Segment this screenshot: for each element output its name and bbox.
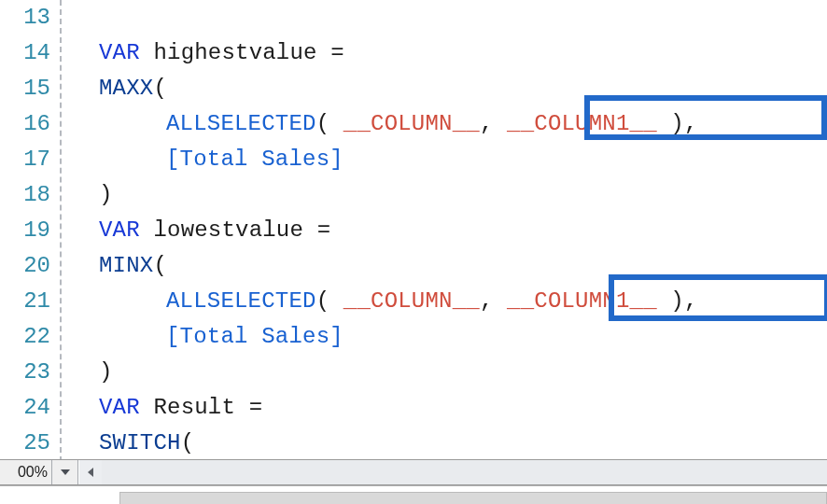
token-fn-call: MINX xyxy=(99,253,153,278)
token-kw-var: VAR xyxy=(99,40,140,65)
status-bar: 00% xyxy=(0,459,827,485)
line-number: 23 xyxy=(0,355,60,390)
line-number: 19 xyxy=(0,213,60,248)
token-param: __COLUMN1__ xyxy=(507,288,657,314)
line-number-gutter: 13141516171819202122232425 xyxy=(0,0,62,462)
line-number: 25 xyxy=(0,426,60,461)
code-editor[interactable]: 13141516171819202122232425 VAR highestva… xyxy=(0,0,827,462)
token-punct: , xyxy=(480,288,507,314)
token-param: __COLUMN1__ xyxy=(507,111,657,136)
code-line[interactable] xyxy=(62,0,827,35)
code-line[interactable]: ) xyxy=(62,177,827,213)
code-line[interactable]: [Total Sales] xyxy=(62,142,827,177)
line-number: 15 xyxy=(0,71,60,106)
token-kw-var: VAR xyxy=(99,217,140,243)
token-ident: highestvalue xyxy=(153,40,316,65)
scroll-left-button[interactable] xyxy=(79,460,102,484)
zoom-dropdown-button[interactable] xyxy=(52,460,78,484)
scrollbar-track[interactable] xyxy=(102,460,827,484)
line-number: 18 xyxy=(0,177,60,213)
token-bracket: [Total Sales] xyxy=(166,147,343,172)
token-punct: ( xyxy=(181,430,195,455)
token-punct: ) xyxy=(99,182,113,207)
code-line[interactable]: VAR lowestvalue = xyxy=(62,213,827,248)
code-line[interactable]: MINX( xyxy=(62,248,827,284)
token-punct xyxy=(140,40,154,65)
chevron-down-icon xyxy=(60,467,71,478)
token-punct: = xyxy=(330,40,344,65)
token-fn-call: MAXX xyxy=(99,76,153,101)
token-punct xyxy=(317,40,331,65)
line-number: 21 xyxy=(0,284,60,319)
code-line[interactable]: ALLSELECTED( __COLUMN__, __COLUMN1__ ), xyxy=(62,284,827,319)
zoom-level-label: 00% xyxy=(0,460,52,484)
token-punct: , xyxy=(480,111,507,136)
code-area[interactable]: VAR highestvalue =MAXX(ALLSELECTED( __CO… xyxy=(62,0,827,462)
token-punct: = xyxy=(249,395,263,420)
token-punct: ( xyxy=(316,111,343,136)
token-ident: lowestvalue xyxy=(153,217,303,243)
bottom-edge-strip xyxy=(0,485,827,504)
token-fn-call: SWITCH xyxy=(99,430,181,455)
code-line[interactable]: ) xyxy=(62,355,827,390)
token-punct: ( xyxy=(153,76,167,101)
token-ident: Result xyxy=(153,395,235,420)
token-punct: ( xyxy=(153,253,167,278)
line-number: 14 xyxy=(0,35,60,71)
horizontal-scrollbar[interactable] xyxy=(78,460,827,484)
token-bracket: [Total Sales] xyxy=(166,324,343,349)
token-param: __COLUMN__ xyxy=(343,111,480,136)
line-number: 17 xyxy=(0,142,60,177)
token-punct xyxy=(140,395,154,420)
line-number: 20 xyxy=(0,248,60,284)
code-line[interactable]: ALLSELECTED( __COLUMN__, __COLUMN1__ ), xyxy=(62,106,827,142)
line-number: 22 xyxy=(0,319,60,355)
token-kw-var: VAR xyxy=(99,395,140,420)
token-punct xyxy=(235,395,249,420)
token-param: __COLUMN__ xyxy=(343,288,480,314)
code-line[interactable]: VAR highestvalue = xyxy=(62,35,827,71)
line-number: 24 xyxy=(0,390,60,426)
token-punct: ( xyxy=(316,288,343,314)
code-line[interactable]: SWITCH( xyxy=(62,426,827,461)
token-punct: ), xyxy=(657,111,698,136)
token-punct: = xyxy=(317,217,331,243)
line-number: 13 xyxy=(0,0,60,35)
token-punct: ), xyxy=(657,288,698,314)
code-line[interactable]: [Total Sales] xyxy=(62,319,827,355)
token-punct xyxy=(140,217,154,243)
token-fn-call2: ALLSELECTED xyxy=(166,288,316,314)
code-line[interactable]: VAR Result = xyxy=(62,390,827,426)
token-fn-call2: ALLSELECTED xyxy=(166,111,316,136)
triangle-left-icon xyxy=(86,468,95,477)
line-number: 16 xyxy=(0,106,60,142)
code-line[interactable]: MAXX( xyxy=(62,71,827,106)
token-punct: ) xyxy=(99,359,113,385)
token-punct xyxy=(303,217,317,243)
